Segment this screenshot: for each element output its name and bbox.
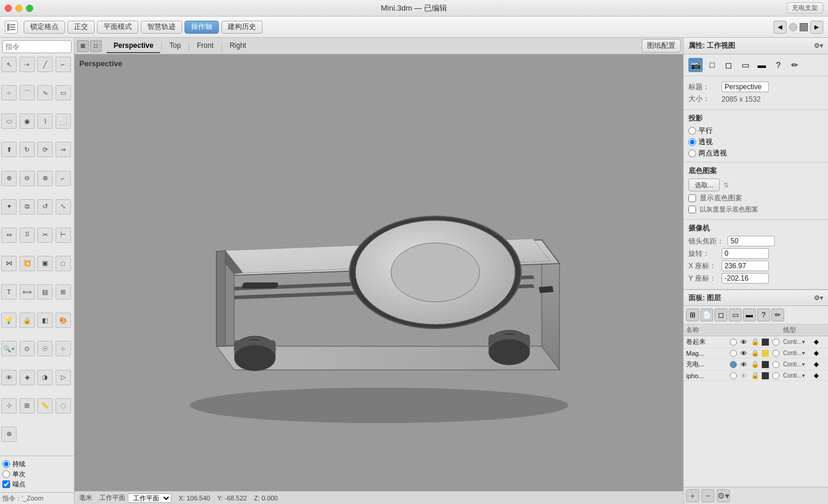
layer-color-2[interactable] xyxy=(762,350,769,357)
continuous-radio[interactable] xyxy=(2,460,10,468)
pencil-btn[interactable]: ✏ xyxy=(771,308,784,321)
explode-tool[interactable]: 💥 xyxy=(20,256,35,271)
monitor-view-icon[interactable]: ▬ xyxy=(755,58,769,72)
circle-tool[interactable]: ○ xyxy=(1,85,17,100)
rotate-tool[interactable]: ↺ xyxy=(37,199,53,214)
help-btn[interactable]: ? xyxy=(757,308,770,321)
group-tool[interactable]: ▣ xyxy=(37,256,53,271)
sphere-tool[interactable]: ◉ xyxy=(20,113,35,129)
layer-row[interactable]: 充电... 👁 🔒 Conti...▾ ◆ xyxy=(684,359,828,370)
grid-tool[interactable]: ⊞ xyxy=(20,398,35,414)
surface-tool[interactable]: ⬜ xyxy=(56,113,71,129)
sweep-tool[interactable]: ⇒ xyxy=(56,142,71,157)
layer-row[interactable]: Mag... 👁 🔒 Conti...▾ ◆ xyxy=(684,348,828,359)
split-tool[interactable]: ⊢ xyxy=(56,227,71,243)
perspective-radio[interactable] xyxy=(688,138,696,146)
remove-layer-footer-btn[interactable]: − xyxy=(701,489,714,502)
command-input[interactable] xyxy=(2,40,72,53)
cube-view-icon[interactable]: ◻ xyxy=(722,58,736,72)
lock-tool[interactable]: 🔒 xyxy=(20,313,35,328)
boolean-int-tool[interactable]: ⊗ xyxy=(37,171,53,186)
layer-active-2[interactable] xyxy=(730,350,737,357)
sidebar-toggle[interactable] xyxy=(5,21,18,34)
layer-lock-2[interactable]: 🔒 xyxy=(751,349,761,357)
layer-color-1[interactable] xyxy=(762,339,769,346)
layer-eye-2[interactable]: 👁 xyxy=(740,350,750,357)
tab-front[interactable]: Front xyxy=(190,39,221,53)
smart-track-btn[interactable]: 智慧轨迹 xyxy=(141,21,182,34)
orthographic-btn[interactable]: 正交 xyxy=(67,21,95,34)
select-tool[interactable]: ↖ xyxy=(1,57,17,72)
page-view-icon[interactable]: □ xyxy=(705,58,719,72)
rotation-value[interactable]: 0 xyxy=(722,248,769,259)
workplane-dropdown[interactable]: 工作平面 xyxy=(128,493,172,503)
edit-icon[interactable]: ✏ xyxy=(788,58,802,72)
zoom-in-tool[interactable]: 🔍+ xyxy=(1,341,17,356)
workspace-tool[interactable]: ⊕ xyxy=(1,427,17,442)
polyline-tool[interactable]: ⌐ xyxy=(56,57,71,72)
copy-tool[interactable]: ⧉ xyxy=(20,199,35,214)
grayscale-checkbox[interactable] xyxy=(688,206,696,213)
layer-lock-4[interactable]: 🔒 xyxy=(751,372,761,379)
camera-view-icon[interactable]: 📷 xyxy=(688,58,703,72)
title-value[interactable]: Perspective xyxy=(722,82,769,92)
charge-support-btn[interactable]: 充电支架 xyxy=(787,2,823,14)
minimize-button[interactable] xyxy=(15,5,22,12)
y-coord-value[interactable]: -202.16 xyxy=(722,273,769,284)
properties-settings-btn[interactable]: ⚙▾ xyxy=(814,42,823,50)
curve-tool[interactable]: ⌇ xyxy=(37,113,53,129)
fillet-tool[interactable]: ⌐ xyxy=(56,171,71,186)
monitor-icon[interactable]: ▬ xyxy=(743,308,756,321)
layer-linetype-2[interactable]: Conti...▾ xyxy=(783,350,813,356)
phone-icon[interactable]: ▭ xyxy=(729,308,742,321)
boolean-diff-tool[interactable]: ⊖ xyxy=(20,171,35,186)
layer-settings-footer-btn[interactable]: ⚙▾ xyxy=(717,489,730,502)
arc-tool[interactable]: ⌒ xyxy=(20,85,35,100)
tab-right[interactable]: Right xyxy=(222,39,253,53)
hatch-tool[interactable]: ▤ xyxy=(37,284,53,300)
dim-tool[interactable]: ⟺ xyxy=(20,284,35,300)
layer-lock-3[interactable]: 🔒 xyxy=(751,360,761,368)
analysis-tool[interactable]: ◑ xyxy=(37,370,53,385)
move-tool[interactable]: ✦ xyxy=(1,199,17,214)
layer-active-4[interactable] xyxy=(730,372,737,379)
lens-value[interactable]: 50 xyxy=(727,236,775,246)
zoom-out-tool[interactable]: ⊙ xyxy=(20,341,35,356)
array-tool[interactable]: ⠿ xyxy=(20,227,35,243)
workplane-selector[interactable]: 工作平面 工作平面 xyxy=(99,493,172,503)
viewport-canvas[interactable]: Perspective xyxy=(75,54,683,491)
revolve-tool[interactable]: ↻ xyxy=(20,142,35,157)
rectangle-tool[interactable]: ▭ xyxy=(56,85,71,100)
layer-dot-3[interactable] xyxy=(772,361,780,368)
layer-active-1[interactable] xyxy=(730,339,737,346)
ungroup-tool[interactable]: □ xyxy=(56,256,71,271)
pan-tool[interactable]: ☉ xyxy=(37,341,53,356)
layer-eye-3[interactable]: 👁 xyxy=(740,361,750,368)
build-history-btn[interactable]: 建构历史 xyxy=(221,21,263,34)
single-radio[interactable] xyxy=(2,470,10,478)
layer-lock-1[interactable]: 🔒 xyxy=(751,338,761,346)
trim-tool[interactable]: ✂ xyxy=(37,227,53,243)
render-tool[interactable]: ◈ xyxy=(20,370,35,385)
color-tool[interactable]: 🎨 xyxy=(56,313,71,328)
measure-tool[interactable]: 📏 xyxy=(37,398,53,414)
snap-tool[interactable]: ⊹ xyxy=(1,398,17,414)
perspective-option[interactable]: 透视 xyxy=(688,137,823,147)
view-tool[interactable]: 👁 xyxy=(1,370,17,385)
tab-top[interactable]: Top xyxy=(163,39,188,53)
endpoints-checkbox[interactable] xyxy=(2,480,10,488)
show-background-checkbox[interactable] xyxy=(688,194,696,202)
lock-points-btn[interactable]: 锁定格点 xyxy=(24,21,65,34)
cube-icon[interactable]: ◻ xyxy=(714,308,727,321)
ellipse-tool[interactable]: ⬭ xyxy=(1,113,17,129)
layer-color-3[interactable] xyxy=(762,361,769,368)
select-background-btn[interactable]: 选取... xyxy=(688,178,720,191)
light-tool[interactable]: 💡 xyxy=(1,313,17,328)
layer-linetype-1[interactable]: Conti...▾ xyxy=(783,339,813,345)
close-button[interactable] xyxy=(5,5,12,12)
layers-icon[interactable]: ⊞ xyxy=(686,308,699,321)
script-tool[interactable]: ▷ xyxy=(56,370,71,385)
material-tool[interactable]: ◧ xyxy=(37,313,53,328)
text-tool[interactable]: T xyxy=(1,284,17,300)
freeform-tool[interactable]: ∿ xyxy=(37,85,53,100)
